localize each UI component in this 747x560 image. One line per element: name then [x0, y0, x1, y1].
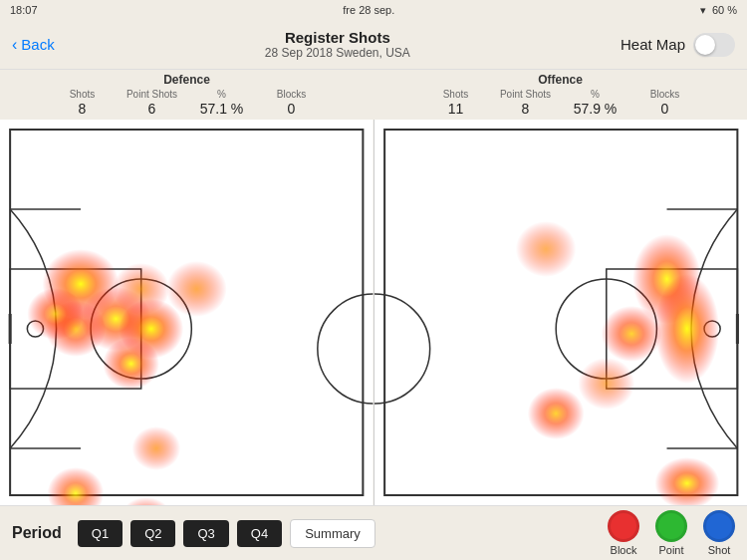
- period-summary-button[interactable]: Summary: [290, 519, 375, 548]
- svg-point-32: [527, 388, 584, 439]
- header: ‹ Back Register Shots 28 Sep 2018 Sweden…: [0, 20, 747, 70]
- offence-cols: Shots 11 Point Shots 8 % 57.9 % Blocks 0: [421, 89, 700, 117]
- svg-point-31: [578, 358, 634, 410]
- bottom-bar: Period Q1 Q2 Q3 Q4 Summary Block Point S…: [0, 505, 747, 560]
- defence-stats: Defence Shots 8 Point Shots 6 % 57.1 % B…: [0, 70, 374, 120]
- svg-point-13: [166, 261, 227, 317]
- offence-percent: % 57.9 %: [561, 89, 630, 117]
- status-bar: 18:07 fre 28 sep. ▾ 60 %: [0, 0, 747, 20]
- svg-point-11: [27, 288, 84, 340]
- svg-point-17: [132, 426, 181, 470]
- offence-title: Offence: [538, 73, 583, 87]
- period-q2-button[interactable]: Q2: [130, 520, 175, 547]
- heat-map-section: Heat Map: [621, 33, 735, 57]
- battery-status: 60 %: [712, 4, 737, 16]
- defence-shots: Shots 8: [48, 89, 118, 117]
- point-label: Point: [658, 544, 683, 556]
- status-day: fre 28 sep.: [343, 4, 394, 16]
- point-color-dot: [655, 510, 687, 542]
- period-q3-button[interactable]: Q3: [183, 520, 228, 547]
- offence-point-shots: Point Shots 8: [491, 89, 561, 117]
- defence-court-svg: [0, 120, 374, 505]
- offence-court-svg: [374, 120, 748, 505]
- header-title-block: Register Shots 28 Sep 2018 Sweden, USA: [55, 29, 621, 60]
- offence-shots: Shots 11: [421, 89, 491, 117]
- defence-percent: % 57.1 %: [187, 89, 257, 117]
- heat-map-label: Heat Map: [621, 36, 685, 53]
- offence-blocks: Blocks 0: [630, 89, 700, 117]
- defence-court[interactable]: [0, 120, 374, 505]
- shot-color-dot: [703, 510, 735, 542]
- back-chevron-icon: ‹: [12, 36, 17, 54]
- block-label: Block: [611, 544, 637, 556]
- back-button[interactable]: ‹ Back: [12, 36, 55, 54]
- legend: Block Point Shot: [608, 510, 735, 556]
- wifi-icon: ▾: [700, 4, 706, 17]
- period-label: Period: [12, 524, 62, 542]
- page-title: Register Shots: [55, 29, 621, 46]
- defence-point-shots: Point Shots 6: [118, 89, 187, 117]
- svg-point-27: [515, 221, 576, 277]
- block-color-dot: [608, 510, 639, 542]
- period-q4-button[interactable]: Q4: [237, 520, 282, 547]
- defence-cols: Shots 8 Point Shots 6 % 57.1 % Blocks 0: [48, 89, 327, 117]
- period-q1-button[interactable]: Q1: [78, 520, 123, 547]
- stats-row: Defence Shots 8 Point Shots 6 % 57.1 % B…: [0, 70, 747, 120]
- status-time: 18:07: [10, 4, 38, 16]
- offence-court[interactable]: [374, 120, 748, 505]
- svg-point-15: [103, 338, 159, 390]
- defence-blocks: Blocks 0: [257, 89, 327, 117]
- courts-area: [0, 120, 747, 505]
- heat-map-toggle[interactable]: [693, 33, 735, 57]
- page-subtitle: 28 Sep 2018 Sweden, USA: [55, 46, 621, 60]
- legend-point: Point: [655, 510, 687, 556]
- legend-block: Block: [608, 510, 639, 556]
- shot-label: Shot: [708, 544, 731, 556]
- legend-shot: Shot: [703, 510, 735, 556]
- back-label: Back: [21, 36, 54, 53]
- svg-point-30: [601, 306, 661, 362]
- offence-stats: Offence Shots 11 Point Shots 8 % 57.9 % …: [374, 70, 747, 120]
- defence-title: Defence: [163, 73, 210, 87]
- svg-point-29: [654, 274, 719, 384]
